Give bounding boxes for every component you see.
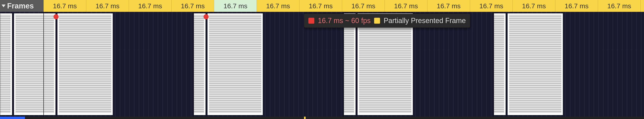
frame-cell[interactable]: 16.7 ms: [470, 0, 512, 12]
frame-duration-label: 16.7 ms: [96, 2, 120, 10]
tooltip-red-swatch: [308, 18, 314, 24]
frame-duration-label: 16.7 ms: [437, 2, 460, 10]
page-preview: [208, 13, 263, 115]
overview-strip[interactable]: [0, 117, 644, 119]
frame-duration-label: 16.7 ms: [224, 2, 247, 10]
frame-cell[interactable]: 16.7 ms: [342, 0, 384, 12]
frames-row: 16.7 ms16.7 ms16.7 ms16.7 ms16.7 ms16.7 …: [44, 0, 644, 12]
frames-track-header[interactable]: Frames: [0, 0, 44, 12]
frame-duration-label: 16.7 ms: [309, 2, 333, 10]
frame-duration-label: 16.7 ms: [138, 2, 162, 10]
overview-segment[interactable]: [304, 117, 306, 119]
tooltip-timing: 16.7 ms ~ 60 fps: [318, 16, 370, 25]
frame-cell[interactable]: 16.7 ms: [86, 0, 129, 12]
frame-duration-label: 16.7 ms: [394, 2, 418, 10]
disclosure-triangle-icon[interactable]: [2, 4, 6, 7]
page-preview: [0, 13, 12, 115]
frame-duration-label: 16.7 ms: [181, 2, 205, 10]
frame-tooltip: 16.7 ms ~ 60 fps Partially Presented Fra…: [304, 14, 470, 28]
page-preview: [14, 13, 44, 115]
tooltip-yellow-swatch: [374, 18, 380, 24]
thumb-divider: [494, 12, 494, 117]
frame-cell[interactable]: 16.7 ms: [598, 0, 640, 12]
frame-duration-label: 16.7 ms: [53, 2, 77, 10]
frame-cell[interactable]: 16.7 ms: [427, 0, 470, 12]
overview-segment[interactable]: [306, 117, 644, 119]
frame-cell[interactable]: 16.7 ms: [257, 0, 299, 12]
page-preview: [44, 13, 56, 115]
frame-cell[interactable]: 16.7 ms: [171, 0, 214, 12]
frame-duration-label: 16.7 ms: [607, 2, 631, 10]
frame-duration-label: 16.7 ms: [352, 2, 375, 10]
frame-duration-label: 16.7 ms: [479, 2, 503, 10]
overview-segment[interactable]: [25, 117, 304, 119]
frame-cell[interactable]: 16.7 ms: [129, 0, 171, 12]
frame-cell[interactable]: 16.7 ms: [299, 0, 342, 12]
frame-cell[interactable]: 16.7 ms: [214, 0, 257, 12]
screenshot-thumb[interactable]: [0, 12, 44, 117]
frame-cell[interactable]: 16.7: [640, 0, 644, 12]
frame-cell[interactable]: 16.7 ms: [44, 0, 86, 12]
tooltip-label: Partially Presented Frame: [384, 16, 466, 25]
page-preview: [58, 13, 113, 115]
frame-duration-label: 16.7 ms: [522, 2, 546, 10]
frame-cell[interactable]: 16.7 ms: [512, 0, 555, 12]
screenshot-thumb[interactable]: [44, 12, 194, 117]
frame-duration-label: 16.7 ms: [266, 2, 290, 10]
track-label: Frames: [7, 2, 34, 10]
recording-badge-icon: [204, 14, 209, 19]
recording-badge-icon: [54, 14, 59, 19]
page-preview: [194, 13, 206, 115]
frame-cell[interactable]: 16.7 ms: [555, 0, 598, 12]
frame-cell[interactable]: 16.7 ms: [384, 0, 427, 12]
screenshot-thumb[interactable]: [494, 12, 644, 117]
overview-segment[interactable]: [0, 117, 25, 119]
page-preview: [508, 13, 563, 115]
page-preview: [494, 13, 506, 115]
frame-duration-label: 16.7 ms: [565, 2, 588, 10]
page-preview: [358, 13, 413, 115]
thumb-divider: [44, 12, 44, 117]
page-preview: [344, 13, 356, 115]
thumb-divider: [194, 12, 194, 117]
